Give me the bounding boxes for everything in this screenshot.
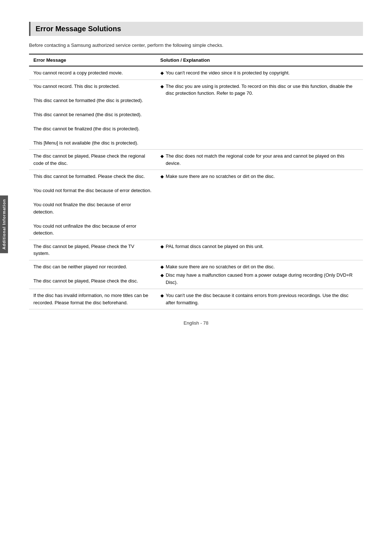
bullet-icon: ◆ xyxy=(160,173,164,180)
bullet-icon: ◆ xyxy=(160,264,164,270)
solution-item: ◆The disc does not match the regional co… xyxy=(160,153,359,167)
solution-item: ◆Disc may have a malfunction caused from… xyxy=(160,272,359,286)
intro-text: Before contacting a Samsung authorized s… xyxy=(29,42,363,48)
solution-text: You can't use the disc because it contai… xyxy=(166,292,359,306)
table-row: The disc can be neither played nor recor… xyxy=(29,260,363,289)
bullet-icon: ◆ xyxy=(160,153,164,159)
footer: English - 78 xyxy=(29,320,363,326)
solution-text: PAL format discs cannot be played on thi… xyxy=(166,243,359,250)
page-title: Error Message Solutions xyxy=(29,22,363,36)
table-row: The disc cannot be played, Please check … xyxy=(29,150,363,170)
col-error-header: Error Message xyxy=(29,54,156,66)
solution-text: Disc may have a malfunction caused from … xyxy=(166,272,359,286)
error-cell: The disc cannot be played, Please check … xyxy=(29,150,156,170)
bullet-icon: ◆ xyxy=(160,243,164,250)
solution-cell: ◆Make sure there are no scratches or dir… xyxy=(156,260,363,289)
solution-cell: ◆You can't record the video since it is … xyxy=(156,66,363,80)
solution-item: ◆You can't use the disc because it conta… xyxy=(160,292,359,306)
error-cell: The disc can be neither played nor recor… xyxy=(29,260,156,289)
solution-item: ◆The disc you are using is protected. To… xyxy=(160,83,359,97)
bullet-icon: ◆ xyxy=(160,272,164,278)
bullet-icon: ◆ xyxy=(160,70,164,76)
solution-cell: ◆You can't use the disc because it conta… xyxy=(156,289,363,309)
solution-cell: ◆The disc you are using is protected. To… xyxy=(156,80,363,150)
table-row: This disc cannot be formatted. Please ch… xyxy=(29,170,363,240)
bullet-icon: ◆ xyxy=(160,292,164,299)
error-cell: The disc cannot be played, Please check … xyxy=(29,240,156,260)
bullet-icon: ◆ xyxy=(160,83,164,90)
side-label: Additional Information xyxy=(0,195,8,253)
error-cell: This disc cannot be formatted. Please ch… xyxy=(29,170,156,240)
solution-item: ◆Make sure there are no scratches or dir… xyxy=(160,263,359,271)
table-row: The disc cannot be played, Please check … xyxy=(29,240,363,260)
solution-text: Make sure there are no scratches or dirt… xyxy=(166,173,359,180)
solution-cell: ◆PAL format discs cannot be played on th… xyxy=(156,240,363,260)
error-cell: If the disc has invalid information, no … xyxy=(29,289,156,309)
error-table: Error Message Solution / Explanation You… xyxy=(29,54,363,309)
solution-text: You can't record the video since it is p… xyxy=(166,69,359,77)
col-solution-header: Solution / Explanation xyxy=(156,54,363,66)
solution-item: ◆You can't record the video since it is … xyxy=(160,69,359,77)
solution-text: The disc does not match the regional cod… xyxy=(166,153,359,167)
solution-item: ◆Make sure there are no scratches or dir… xyxy=(160,173,359,180)
table-row: If the disc has invalid information, no … xyxy=(29,289,363,309)
table-row: You cannot record. This disc is protecte… xyxy=(29,80,363,150)
solution-cell: ◆Make sure there are no scratches or dir… xyxy=(156,170,363,240)
page: Error Message Solutions Before contactin… xyxy=(0,0,392,355)
error-cell: You cannot record. This disc is protecte… xyxy=(29,80,156,150)
solution-text: The disc you are using is protected. To … xyxy=(166,83,359,97)
table-header-row: Error Message Solution / Explanation xyxy=(29,54,363,66)
table-row: You cannot record a copy protected movie… xyxy=(29,66,363,80)
error-cell: You cannot record a copy protected movie… xyxy=(29,66,156,80)
solution-item: ◆PAL format discs cannot be played on th… xyxy=(160,243,359,250)
solution-text: Make sure there are no scratches or dirt… xyxy=(166,263,359,271)
solution-cell: ◆The disc does not match the regional co… xyxy=(156,150,363,170)
